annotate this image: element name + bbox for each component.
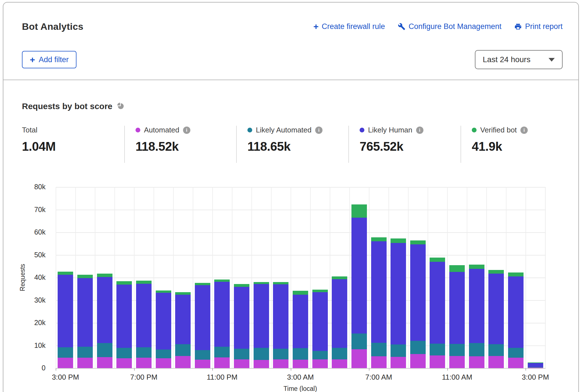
section-title: Requests by bot score	[22, 102, 112, 111]
stat-label: Likely Human	[368, 126, 412, 134]
bar-segment-likely-automated	[488, 344, 504, 356]
bar-hour-9[interactable]	[234, 284, 249, 368]
print-report-link[interactable]: Print report	[514, 22, 563, 31]
bar-segment-automated	[312, 359, 328, 368]
bar-hour-23[interactable]	[508, 272, 524, 368]
bar-segment-likely-human	[254, 284, 269, 348]
y-axis-tick: 40k	[3, 273, 46, 281]
info-icon[interactable]: i	[416, 127, 423, 134]
bar-segment-automated	[351, 349, 367, 368]
stat-value: 41.9k	[472, 139, 570, 154]
bar-hour-2[interactable]	[97, 274, 112, 368]
bar-hour-11[interactable]	[273, 282, 288, 368]
bar-hour-13[interactable]	[312, 290, 328, 368]
bar-hour-17[interactable]	[391, 238, 406, 368]
bar-segment-likely-automated	[508, 348, 524, 358]
bar-segment-verified-bot	[195, 283, 210, 285]
bar-hour-18[interactable]	[410, 240, 426, 368]
x-axis-tickmark	[56, 368, 56, 371]
bar-segment-verified-bot	[214, 280, 230, 282]
info-icon[interactable]: i	[520, 127, 528, 134]
bar-segment-likely-human	[293, 295, 308, 348]
bar-segment-likely-automated	[234, 349, 249, 359]
bar-segment-likely-automated	[293, 348, 308, 360]
create-firewall-rule-link[interactable]: + Create firewall rule	[313, 22, 385, 31]
bar-segment-automated	[195, 360, 210, 368]
action-label: Configure Bot Management	[409, 22, 501, 31]
bar-segment-likely-automated	[410, 341, 426, 354]
bar-hour-6[interactable]	[175, 292, 191, 368]
stat-likely-human: Likely Human i 765.52k	[348, 126, 461, 163]
bar-segment-likely-human	[234, 287, 249, 349]
x-axis-tickmark	[212, 368, 213, 371]
header: Bot Analytics + Create firewall rule Con…	[22, 19, 563, 34]
configure-bot-management-link[interactable]: Configure Bot Management	[398, 22, 501, 31]
bar-hour-14[interactable]	[332, 276, 347, 368]
bar-segment-likely-automated	[391, 344, 406, 357]
bar-segment-likely-human	[332, 279, 347, 348]
add-filter-button[interactable]: + Add filter	[22, 51, 76, 68]
bar-hour-10[interactable]	[254, 282, 269, 368]
bar-hour-15[interactable]	[351, 204, 367, 368]
bar-segment-automated	[175, 356, 191, 368]
bar-segment-automated	[430, 355, 445, 368]
bar-hour-22[interactable]	[488, 270, 504, 368]
bar-segment-likely-human	[195, 285, 210, 350]
x-axis-tickmark	[447, 368, 448, 371]
filter-row: + Add filter Last 24 hours	[22, 49, 563, 70]
bar-segment-likely-automated	[254, 348, 269, 360]
bar-hour-21[interactable]	[469, 265, 484, 368]
x-axis-tick: 3:00 AM	[287, 373, 314, 382]
bar-segment-likely-automated	[136, 347, 152, 358]
bar-segment-verified-bot	[254, 282, 269, 284]
bar-hour-7[interactable]	[195, 283, 210, 368]
bar-segment-automated	[116, 358, 132, 368]
y-axis-tick: 70k	[3, 206, 46, 214]
legend-dot-likely-human	[360, 128, 364, 132]
bar-segment-likely-automated	[312, 351, 328, 359]
stat-automated: Automated i 118.52k	[124, 126, 236, 163]
bar-segment-verified-bot	[488, 270, 504, 274]
info-icon[interactable]: i	[183, 127, 190, 134]
bar-segment-verified-bot	[156, 290, 171, 293]
stats-row: Total 1.04M Automated i 118.52k Likely A…	[22, 126, 570, 163]
time-range-select[interactable]: Last 24 hours	[475, 50, 563, 69]
bar-segment-likely-automated	[351, 334, 367, 349]
plus-icon: +	[313, 22, 319, 31]
bar-segment-verified-bot	[508, 272, 524, 276]
bar-segment-automated	[391, 357, 406, 368]
bar-segment-automated	[58, 358, 73, 368]
bar-segment-likely-human	[528, 363, 543, 367]
bar-hour-19[interactable]	[430, 258, 445, 368]
x-axis-tick: 11:00 PM	[207, 373, 237, 382]
bar-segment-likely-automated	[273, 349, 288, 359]
y-axis-tick: 10k	[3, 341, 46, 350]
bar-segment-verified-bot	[58, 272, 73, 274]
x-axis-tickmark	[369, 368, 369, 371]
bar-hour-5[interactable]	[156, 290, 171, 368]
bar-hour-24[interactable]	[528, 362, 543, 368]
wrench-icon	[398, 23, 405, 30]
bar-hour-1[interactable]	[77, 275, 93, 368]
stat-value: 118.52k	[136, 139, 236, 154]
bar-hour-12[interactable]	[293, 291, 308, 368]
bar-segment-likely-automated	[332, 348, 347, 359]
bar-segment-likely-automated	[116, 348, 132, 359]
bar-hour-4[interactable]	[136, 281, 152, 368]
bar-segment-automated	[410, 354, 426, 368]
legend-dot-automated	[136, 128, 140, 132]
bar-hour-16[interactable]	[371, 237, 387, 368]
bar-hour-0[interactable]	[58, 272, 73, 368]
bar-segment-verified-bot	[449, 265, 465, 272]
bar-segment-verified-bot	[116, 281, 132, 285]
x-axis-tick: 3:00 PM	[52, 373, 79, 382]
bar-hour-8[interactable]	[214, 280, 230, 368]
stat-value: 765.52k	[360, 139, 461, 154]
action-label: Create firewall rule	[322, 22, 385, 31]
time-range-value: Last 24 hours	[483, 55, 531, 64]
info-icon[interactable]: i	[315, 127, 322, 134]
bar-hour-3[interactable]	[116, 281, 132, 368]
bar-hour-20[interactable]	[449, 265, 465, 368]
bar-segment-likely-human	[391, 243, 406, 344]
bar-segment-likely-human	[214, 282, 230, 347]
